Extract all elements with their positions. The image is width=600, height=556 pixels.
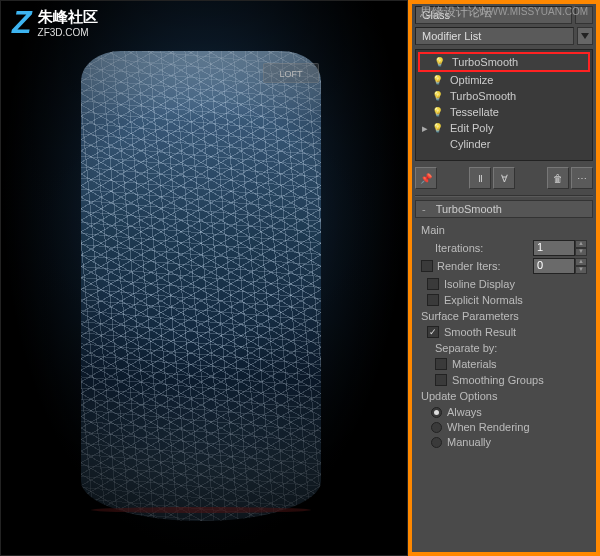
logo-z-icon: Z [12, 4, 32, 41]
modifier-edit-poly[interactable]: ▸ Edit Poly [418, 120, 590, 136]
smoothing-groups-label: Smoothing Groups [452, 374, 544, 386]
make-unique-button[interactable]: ∀ [493, 167, 515, 189]
modify-panel: Glass Modifier List TurboSmooth Optimize [408, 0, 600, 556]
lightbulb-icon[interactable] [430, 121, 444, 135]
update-options-label: Update Options [421, 390, 587, 402]
smooth-result-checkbox[interactable] [427, 326, 439, 338]
modifier-cylinder-base[interactable]: Cylinder [418, 136, 590, 152]
minus-icon: - [422, 203, 426, 215]
viewport-vignette [1, 1, 407, 555]
render-iters-label: Render Iters: [437, 260, 501, 272]
iterations-spinner[interactable]: 1 ▲ ▼ [533, 240, 587, 256]
main-group-label: Main [421, 224, 587, 236]
site-logo: Z 朱峰社区 ZF3D.COM [12, 4, 98, 41]
always-radio[interactable] [431, 407, 442, 418]
plus-icon[interactable]: ▸ [420, 122, 430, 135]
surface-params-label: Surface Parameters [421, 310, 587, 322]
smoothing-groups-checkbox[interactable] [435, 374, 447, 386]
pin-stack-button[interactable]: 📌 [415, 167, 437, 189]
always-label: Always [447, 406, 482, 418]
modifier-tessellate[interactable]: Tessellate [418, 104, 590, 120]
modifier-list-dropdown-button[interactable] [577, 27, 593, 45]
iterations-label: Iterations: [435, 242, 483, 254]
iterations-value[interactable]: 1 [533, 240, 575, 256]
remove-modifier-button[interactable]: 🗑 [547, 167, 569, 189]
lightbulb-icon[interactable] [430, 105, 444, 119]
turbosmooth-rollout: - TurboSmooth Main Iterations: 1 ▲ ▼ [415, 200, 593, 455]
manually-label: Manually [447, 436, 491, 448]
explicit-normals-label: Explicit Normals [444, 294, 523, 306]
logo-url-text: ZF3D.COM [38, 27, 98, 38]
smooth-result-label: Smooth Result [444, 326, 516, 338]
spinner-up-icon[interactable]: ▲ [575, 258, 587, 266]
lightbulb-icon[interactable] [430, 89, 444, 103]
isoline-checkbox[interactable] [427, 278, 439, 290]
divider [415, 195, 593, 196]
render-iters-spinner[interactable]: 0 ▲ ▼ [533, 258, 587, 274]
rollout-header[interactable]: - TurboSmooth [415, 200, 593, 218]
modifier-optimize[interactable]: Optimize [418, 72, 590, 88]
manually-radio[interactable] [431, 437, 442, 448]
chevron-down-icon [581, 33, 589, 39]
render-iters-value[interactable]: 0 [533, 258, 575, 274]
forum-url: WWW.MISSYUAN.COM [479, 6, 588, 17]
modifier-list-dropdown[interactable]: Modifier List [415, 27, 574, 45]
materials-checkbox[interactable] [435, 358, 447, 370]
materials-label: Materials [452, 358, 497, 370]
modifier-stack[interactable]: TurboSmooth Optimize TurboSmooth Tessell… [415, 49, 593, 161]
modifier-turbosmooth-top[interactable]: TurboSmooth [418, 52, 590, 72]
configure-sets-button[interactable]: ⋯ [571, 167, 593, 189]
lightbulb-icon[interactable] [432, 55, 446, 69]
render-iters-checkbox[interactable] [421, 260, 433, 272]
lightbulb-icon[interactable] [430, 73, 444, 87]
show-end-result-button[interactable]: Ⅱ [469, 167, 491, 189]
spinner-down-icon[interactable]: ▼ [575, 248, 587, 256]
separate-by-label: Separate by: [435, 342, 587, 354]
when-rendering-label: When Rendering [447, 421, 530, 433]
explicit-normals-checkbox[interactable] [427, 294, 439, 306]
rollout-title: TurboSmooth [436, 203, 502, 215]
modifier-turbosmooth-2[interactable]: TurboSmooth [418, 88, 590, 104]
spinner-down-icon[interactable]: ▼ [575, 266, 587, 274]
spinner-up-icon[interactable]: ▲ [575, 240, 587, 248]
stack-toolbar: 📌 Ⅱ ∀ 🗑 ⋯ [415, 167, 593, 189]
viewport[interactable]: LOFT [0, 0, 408, 556]
isoline-label: Isoline Display [444, 278, 515, 290]
logo-cn-text: 朱峰社区 [38, 8, 98, 27]
ghost-loft-label: LOFT [263, 63, 319, 83]
when-rendering-radio[interactable] [431, 422, 442, 433]
